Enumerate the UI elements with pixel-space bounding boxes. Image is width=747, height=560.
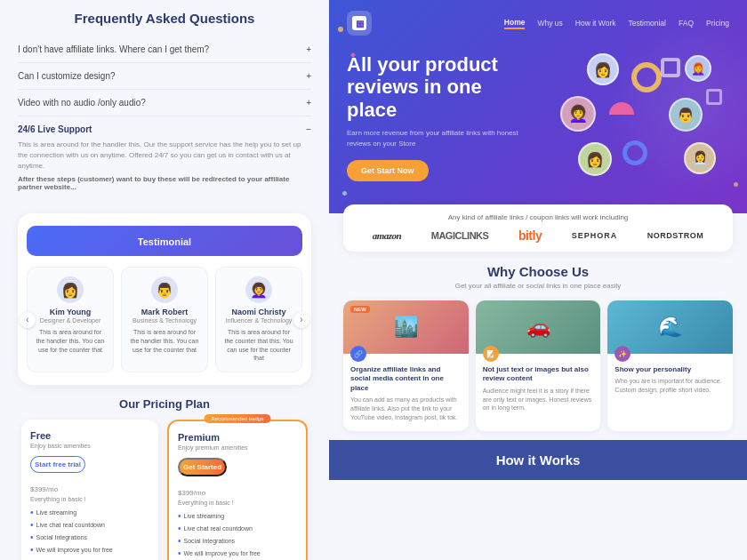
pricing-feature-prem-4: We will improve you for free <box>178 548 297 558</box>
faq-title: Frequently Asked Questions <box>18 11 311 26</box>
partner-sephora: SEPHORA <box>572 231 618 240</box>
hero-text: All your product reviews in one place Ea… <box>347 53 525 181</box>
pricing-feature-free-2: Live chat real countdown <box>30 520 149 530</box>
pricing-feature-free-1: Live streaming <box>30 508 149 517</box>
pricing-card-free: Free Enjoy basic amenities Start free tr… <box>21 420 158 560</box>
faq-item-1[interactable]: I don't have affiliate links. Where can … <box>18 36 311 63</box>
nav-link-how[interactable]: How it Work <box>575 19 616 28</box>
hero-avatar-3: 👩‍🦱 <box>560 96 596 132</box>
testimonial-avatar-1: 👩 <box>57 276 84 303</box>
hero-sub: Earn more revenue from your affiliate li… <box>347 128 525 149</box>
hero-avatar-5: 👩 <box>578 142 612 176</box>
pricing-subtitle-premium: Everything in basic ! <box>178 500 297 506</box>
hero-body: All your product reviews in one place Ea… <box>347 53 729 196</box>
partners-title: Any kind of affiliate links / coupon lin… <box>357 213 719 221</box>
faq-item-3[interactable]: Video with no audio /only audio? + <box>18 90 311 116</box>
why-cards: 🏙️ NEW 🔗 Organize affiliate links and so… <box>343 300 733 431</box>
pricing-type-premium: Premium <box>178 432 297 443</box>
testimonial-card-2: 👨 Mark Robert Business & Technology This… <box>121 267 208 372</box>
testimonial-avatar-3: 👩‍🦱 <box>245 276 272 303</box>
faq-section: Frequently Asked Questions I don't have … <box>18 11 311 199</box>
faq-expanded-content-4: This is area around for the handler this… <box>18 140 311 172</box>
hero-confetti-4 <box>734 182 738 187</box>
pricing-type-free: Free <box>30 430 149 441</box>
testimonial-next-btn[interactable]: › <box>293 312 309 328</box>
why-card-title-1: Organize affiliate links and social medi… <box>350 365 462 393</box>
hero-square-shape-2 <box>706 89 722 105</box>
testimonial-text-3: This is area around for the counter that… <box>223 328 294 363</box>
pricing-feature-prem-1: Live streaming <box>178 511 297 521</box>
why-card-3: 🌊 ✨ Show your personality Who you are is… <box>607 300 733 431</box>
why-card-2: 🚗 📝 Not just text or images but also rev… <box>476 300 601 431</box>
why-card-desc-3: Who you are is important for audience. C… <box>614 377 726 395</box>
nav-logo: ▦ <box>347 11 372 36</box>
nav-logo-icon: ▦ <box>352 16 366 30</box>
testimonial-prev-btn[interactable]: ‹ <box>20 312 36 328</box>
pricing-desc-free: Enjoy basic amenities <box>30 443 149 449</box>
nav-link-why[interactable]: Why us <box>537 19 562 28</box>
pricing-feature-free-4: We will improve you for free <box>30 545 149 555</box>
partner-bitly: bitly <box>518 228 542 243</box>
popular-badge: Recommended badge <box>204 414 270 423</box>
partners-section: Any kind of affiliate links / coupon lin… <box>343 204 733 252</box>
why-section: Why Choose Us Get your all affiliate or … <box>329 252 747 440</box>
faq-item-header-2[interactable]: Can I customize design? + <box>18 71 311 81</box>
hero-ring-shape <box>631 62 662 92</box>
hero-avatar-4: 👨 <box>669 98 703 132</box>
pricing-desc-premium: Enjoy premium amenities <box>178 444 297 451</box>
testimonial-title-bar: Testimonial <box>27 226 302 256</box>
why-card-icon-2: 📝 <box>483 346 499 362</box>
faq-item-header-4[interactable]: 24/6 Live Support − <box>18 124 311 134</box>
pricing-subtitle-free: Everything in basic ! <box>30 496 149 502</box>
pricing-feature-prem-2: Live chat real countdown <box>178 524 297 533</box>
pricing-section: Our Pricing Plan Free Enjoy basic amenit… <box>18 397 311 560</box>
faq-plus-icon-1: + <box>306 44 311 54</box>
why-card-desc-2: Audience might feel it is a story if the… <box>483 387 594 412</box>
hero-title: All your product reviews in one place <box>347 53 525 121</box>
partner-nordstrom: NORDSTROM <box>647 231 704 240</box>
why-card-tag-1: NEW <box>350 306 370 313</box>
testimonial-role-1: Designer & Developer <box>35 317 106 324</box>
why-card-body-1: Organize affiliate links and social medi… <box>343 362 469 431</box>
nav-link-home[interactable]: Home <box>504 18 526 29</box>
why-card-body-2: Not just text or images but also review … <box>476 362 601 421</box>
why-card-title-2: Not just text or images but also review … <box>483 365 594 384</box>
hero-cta-btn[interactable]: Get Start Now <box>347 160 429 181</box>
right-panel: ▦ Home Why us How it Work Testimonial FA… <box>329 0 747 560</box>
hero-confetti-1 <box>338 27 343 32</box>
faq-item-2[interactable]: Can I customize design? + <box>18 63 311 90</box>
how-section: How it Works <box>329 440 747 480</box>
faq-item-header-1[interactable]: I don't have affiliate links. Where can … <box>18 44 311 54</box>
pricing-title: Our Pricing Plan <box>21 397 308 411</box>
hero-avatar-1: 👩 <box>587 53 619 85</box>
testimonial-card-3: 👩‍🦱 Naomi Christy Influencer & Technolog… <box>215 267 302 372</box>
faq-minus-icon-4: − <box>306 124 311 134</box>
faq-plus-icon-3: + <box>306 98 311 108</box>
hero-section: ▦ Home Why us How it Work Testimonial FA… <box>329 0 747 213</box>
why-card-img-3: 🌊 <box>607 300 733 354</box>
partner-magiclinks: MAGICLINKS <box>431 230 489 241</box>
pricing-cards: Free Enjoy basic amenities Start free tr… <box>21 420 308 560</box>
faq-item-header-3[interactable]: Video with no audio /only audio? + <box>18 98 311 108</box>
pricing-btn-free[interactable]: Start free trial <box>30 456 85 473</box>
hero-half-circle <box>609 102 634 115</box>
hero-avatar-6: 👩‍💼 <box>684 142 716 174</box>
testimonial-card-1: 👩 Kim Young Designer & Developer This is… <box>27 267 114 372</box>
testimonial-name-1: Kim Young <box>35 308 106 316</box>
hero-images: 👩 👩‍🦰 👩‍🦱 👨 👩 👩‍💼 <box>551 53 729 196</box>
testimonial-role-3: Influencer & Technology <box>223 317 294 324</box>
why-card-desc-1: You can add as many as products with aff… <box>350 396 462 421</box>
left-panel: Frequently Asked Questions I don't have … <box>0 0 329 560</box>
testimonial-text-2: This is area around for the handler this… <box>129 328 200 354</box>
hero-avatar-2: 👩‍🦰 <box>685 55 711 82</box>
partners-logos: amazon MAGICLINKS bitly SEPHORA NORDSTRO… <box>357 228 719 243</box>
testimonial-name-2: Mark Robert <box>129 308 200 316</box>
why-card-icon-3: ✨ <box>614 346 631 362</box>
pricing-price-free: $399/mo <box>30 480 149 494</box>
pricing-price-premium: $399/mo <box>178 484 297 498</box>
faq-item-4[interactable]: 24/6 Live Support − This is area around … <box>18 116 311 199</box>
pricing-btn-premium[interactable]: Get Started <box>178 458 227 476</box>
partner-amazon: amazon <box>373 230 401 241</box>
pricing-feature-prem-3: Social Integrations <box>178 536 297 546</box>
why-card-title-3: Show your personality <box>614 365 726 374</box>
